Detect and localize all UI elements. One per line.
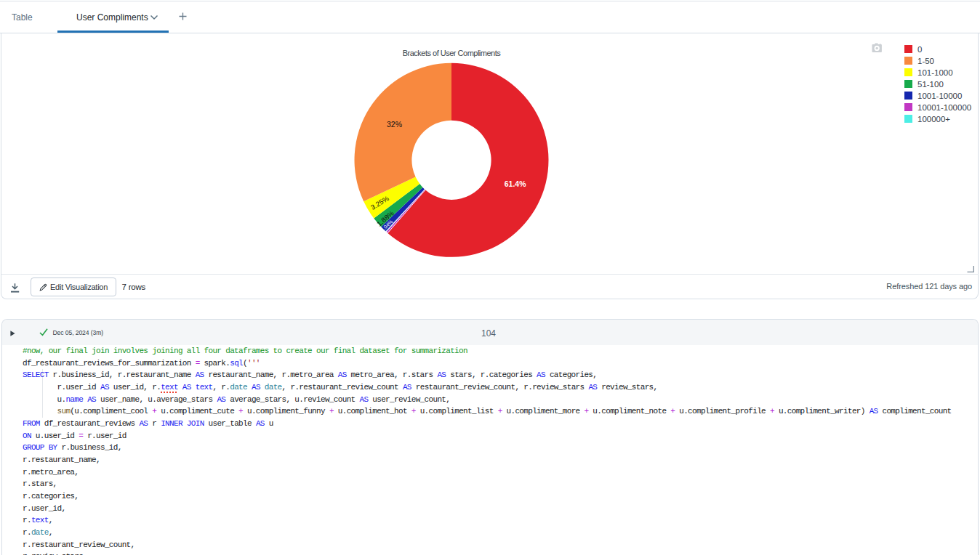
svg-text:32%: 32%	[387, 120, 402, 129]
svg-text:61.4%: 61.4%	[505, 179, 526, 188]
